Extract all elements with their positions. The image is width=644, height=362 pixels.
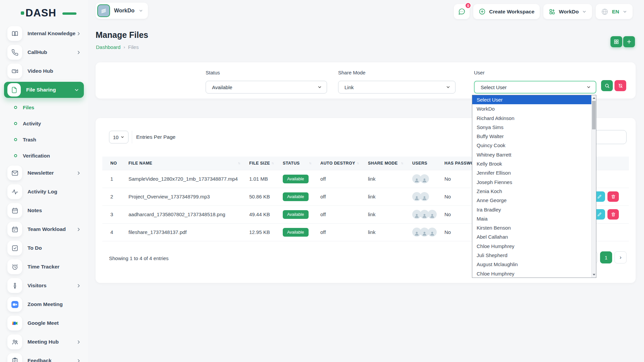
user-option-juli-shepherd[interactable]: Juli Shepherd — [472, 251, 591, 260]
divider — [132, 131, 132, 143]
chevron-right-icon — [76, 227, 81, 232]
user-select[interactable]: Select User — [474, 81, 596, 94]
column-label: USERS — [412, 161, 427, 166]
app-switcher-button[interactable]: WorkDo — [543, 4, 592, 19]
book-icon — [7, 26, 22, 41]
sidebar-item-callhub[interactable]: CallHub — [0, 43, 88, 62]
gmeet-brand-icon — [7, 316, 22, 330]
user-option-joseph-fiennes[interactable]: Joseph Fiennes — [472, 178, 591, 187]
user-option-sonya-sims[interactable]: Sonya Sims — [472, 123, 591, 132]
search-filter-button[interactable] — [601, 80, 613, 91]
column-header-file-name[interactable]: FILE NAME↑↓ — [123, 157, 244, 170]
sidebar-item-label: Newsletter — [28, 170, 54, 176]
status-badge: Available — [283, 210, 309, 219]
add-file-button[interactable] — [623, 36, 635, 47]
grid-plus-icon — [549, 8, 555, 15]
column-header-status[interactable]: STATUS↑↓ — [277, 157, 315, 170]
sort-icon: ↑↓ — [309, 161, 311, 165]
user-avatars — [412, 228, 439, 237]
sidebar-subitem-trash[interactable]: Trash — [0, 131, 88, 147]
user-select-value: Select User — [481, 84, 507, 90]
delete-button[interactable] — [607, 209, 619, 220]
user-option-maia[interactable]: Maia — [472, 214, 591, 223]
sidebar-item-internal-knowledge[interactable]: Internal Knowledge — [0, 24, 88, 43]
next-page-button[interactable]: › — [614, 251, 627, 263]
user-option-whitney-barrett[interactable]: Whitney Barrett — [472, 150, 591, 159]
status-filter-label: Status — [206, 70, 220, 75]
user-option-abel-callahan[interactable]: Abel Callahan — [472, 232, 591, 241]
sidebar-item-meeting-hub[interactable]: Meeting Hub — [0, 333, 88, 351]
column-header-file-size[interactable]: FILE SIZE↑↓ — [244, 157, 277, 170]
user-avatars — [412, 174, 439, 183]
status-select[interactable]: Available — [206, 81, 327, 94]
user-option-workdo[interactable]: WorkDo — [472, 104, 591, 113]
sidebar-item-activity-log[interactable]: Activity Log — [0, 182, 88, 201]
breadcrumb-dashboard-link[interactable]: Dashboard — [96, 44, 120, 50]
scroll-up-icon[interactable] — [592, 96, 596, 101]
language-selector[interactable]: EN — [596, 4, 633, 19]
bullet-icon — [14, 138, 17, 141]
user-option-richard-atkinson[interactable]: Richard Atkinson — [472, 114, 591, 123]
sidebar-item-zoom-meeting[interactable]: Zoom Meeting — [0, 295, 88, 314]
share-mode-select[interactable]: Link — [338, 81, 455, 94]
avatar — [420, 174, 429, 183]
sidebar-item-team-workload[interactable]: Team Workload — [0, 220, 88, 239]
sort-icon: ↑↓ — [357, 161, 359, 165]
user-option-august-mclaughlin[interactable]: August Mclaughlin — [472, 260, 591, 269]
sidebar-subitem-verification[interactable]: Verification — [0, 147, 88, 164]
sidebar-item-video-hub[interactable]: Video Hub — [0, 62, 88, 80]
user-option-select-user[interactable]: Select User — [472, 95, 591, 104]
chat-icon — [458, 8, 466, 15]
scrollbar-thumb[interactable] — [592, 101, 596, 129]
sidebar-item-feedback[interactable]: Feedback — [0, 351, 88, 362]
user-avatars — [412, 210, 439, 219]
user-option-chloe-humphrey[interactable]: Chloe Humphrey — [472, 269, 591, 278]
sidebar-item-google-meet[interactable]: Google Meet — [0, 314, 88, 333]
column-header-users: USERS — [407, 157, 439, 170]
sidebar-subitem-label: Activity — [23, 121, 41, 126]
sidebar-subitem-files[interactable]: Files — [0, 99, 88, 115]
cell-file-name: fileshare_1737348137.pdf — [123, 223, 244, 241]
sidebar-subitem-activity[interactable]: Activity — [0, 115, 88, 131]
sidebar-item-file-sharing[interactable]: File Sharing — [4, 82, 84, 98]
user-option-jennifer-ellison[interactable]: Jennifer Ellison — [472, 168, 591, 177]
user-option-zenia-koch[interactable]: Zenia Koch — [472, 187, 591, 196]
dropdown-scrollbar[interactable] — [591, 95, 596, 278]
sidebar-item-visitors[interactable]: Visitors — [0, 276, 88, 295]
breadcrumb-separator-icon: › — [123, 45, 125, 50]
column-label: STATUS — [283, 161, 300, 166]
people-icon — [7, 335, 22, 349]
workspace-switcher[interactable]: WorkDo — [96, 3, 148, 19]
chevron-right-icon — [76, 171, 81, 176]
user-option-ira-bradley[interactable]: Ira Bradley — [472, 205, 591, 214]
cell-no: 3 — [102, 205, 123, 223]
current-page-button[interactable]: 1 — [600, 251, 612, 263]
sidebar-item-to-do[interactable]: To Do — [0, 239, 88, 257]
create-workspace-button[interactable]: Create Workspace — [473, 4, 540, 19]
user-option-buffy-walter[interactable]: Buffy Walter — [472, 132, 591, 141]
sidebar-item-notes[interactable]: Notes — [0, 201, 88, 220]
cell-no: 1 — [102, 170, 123, 188]
user-option-kelly-brook[interactable]: Kelly Brook — [472, 159, 591, 168]
user-option-quincy-cook[interactable]: Quincy Cook — [472, 141, 591, 150]
entries-per-page-select[interactable]: 10 — [109, 131, 128, 143]
grid-view-button[interactable] — [610, 36, 622, 47]
sidebar-item-time-tracker[interactable]: Time Tracker — [0, 257, 88, 276]
user-option-chloe-humphrey[interactable]: Chloe Humphrey — [472, 242, 591, 251]
share-mode-filter-label: Share Mode — [338, 70, 366, 75]
reset-filter-button[interactable] — [614, 80, 626, 91]
user-option-kirsten-benson[interactable]: Kirsten Benson — [472, 223, 591, 232]
brand-logo[interactable]: DASH — [21, 6, 71, 20]
sort-icon: ↑↓ — [238, 161, 240, 165]
user-option-anne-george[interactable]: Anne George — [472, 196, 591, 205]
bullet-icon — [14, 122, 17, 125]
messages-button[interactable]: 0 — [454, 4, 470, 19]
scroll-down-icon[interactable] — [592, 272, 596, 277]
delete-button[interactable] — [607, 191, 619, 202]
column-header-auto-destroy[interactable]: AUTO DESTROY↑↓ — [315, 157, 363, 170]
status-badge: Available — [283, 175, 309, 183]
sidebar-item-label: Time Tracker — [28, 264, 59, 270]
phone-icon — [7, 45, 22, 60]
column-header-share-mode[interactable]: SHARE MODE↑↓ — [363, 157, 407, 170]
sidebar-item-newsletter[interactable]: Newsletter — [0, 164, 88, 182]
